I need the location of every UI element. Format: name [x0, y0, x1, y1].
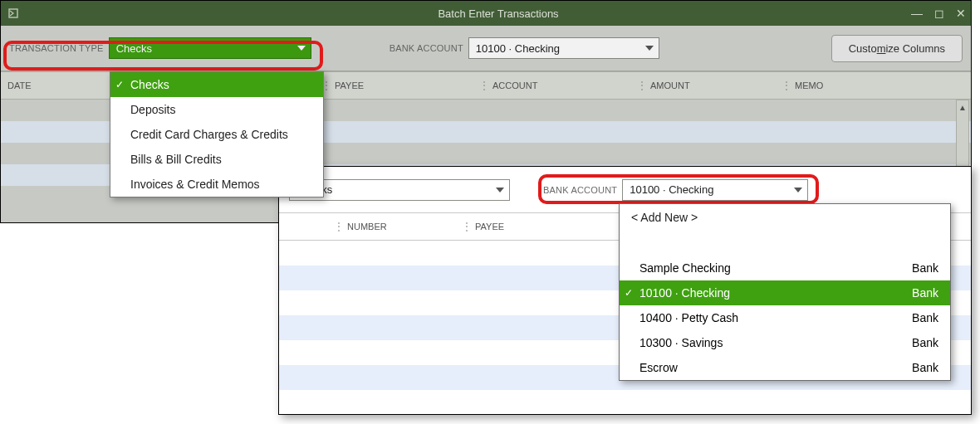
table-row[interactable]	[279, 390, 971, 415]
bank-account-label: BANK ACCOUNT	[543, 185, 617, 195]
col-memo[interactable]: MEMO	[788, 80, 971, 90]
col-number[interactable]: NUMBER	[341, 222, 465, 231]
col-account[interactable]: ACCOUNT	[486, 80, 640, 90]
transaction-type-dropdown[interactable]: Checks	[109, 37, 311, 59]
menu-item-account[interactable]: 10300 · Savings Bank	[620, 330, 950, 355]
bank-account-dropdown[interactable]: 10100 · Checking	[622, 179, 808, 201]
titlebar: Batch Enter Transactions — ◻ ✕	[1, 1, 971, 26]
chevron-down-icon	[794, 188, 802, 193]
minimize-icon[interactable]: —	[911, 7, 923, 19]
menu-item-account[interactable]: 10100 · Checking Bank	[620, 280, 950, 305]
transaction-type-label: TRANSACTION TYPE	[9, 43, 104, 53]
menu-item-bills[interactable]: Bills & Bill Credits	[110, 147, 323, 172]
maximize-icon[interactable]: ◻	[934, 7, 944, 19]
menu-item-add-new[interactable]: < Add New >	[620, 204, 950, 231]
col-payee[interactable]: PAYEE	[328, 80, 483, 90]
chevron-down-icon	[645, 46, 654, 51]
menu-item-deposits[interactable]: Deposits	[110, 97, 323, 122]
menu-item-cc[interactable]: Credit Card Charges & Credits	[110, 122, 323, 147]
window-title: Batch Enter Transactions	[26, 7, 971, 20]
bank-account-value: 10100 · Checking	[630, 183, 713, 196]
menu-item-account[interactable]: Sample Checking Bank	[620, 256, 950, 280]
menu-item-invoices[interactable]: Invoices & Credit Memos	[110, 172, 323, 197]
menu-item-account[interactable]: 10400 · Petty Cash Bank	[620, 305, 950, 330]
chevron-down-icon	[297, 46, 306, 51]
bank-account-dropdown[interactable]: 10100 · Checking	[468, 37, 659, 59]
transaction-type-value: Checks	[116, 42, 152, 55]
customize-columns-button[interactable]: Customize Columns	[831, 35, 963, 62]
bank-account-menu: < Add New > Sample Checking Bank 10100 ·…	[619, 203, 951, 381]
chevron-down-icon	[496, 188, 504, 193]
toolbar: TRANSACTION TYPE Checks BANK ACCOUNT 101…	[1, 26, 971, 71]
scroll-up-icon[interactable]: ▲	[957, 100, 968, 114]
transaction-type-menu: Checks Deposits Credit Card Charges & Cr…	[110, 71, 324, 197]
bank-account-value: 10100 · Checking	[476, 42, 560, 55]
menu-item-account[interactable]: Escrow Bank	[620, 355, 950, 380]
close-icon[interactable]: ✕	[956, 7, 966, 19]
system-menu-icon[interactable]	[1, 8, 26, 18]
col-amount[interactable]: AMOUNT	[644, 80, 785, 90]
menu-item-checks[interactable]: Checks	[110, 72, 323, 97]
bank-account-label: BANK ACCOUNT	[390, 43, 463, 53]
